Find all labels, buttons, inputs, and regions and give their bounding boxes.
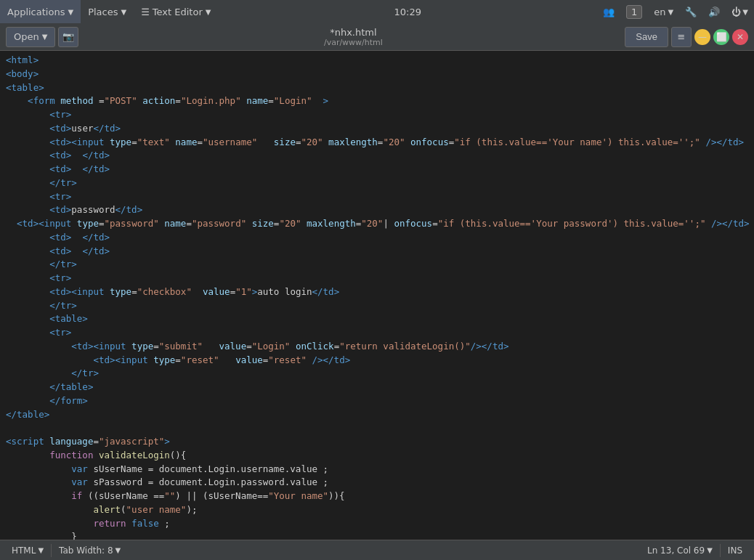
open-label: Open [14, 31, 39, 42]
places-arrow: ▼ [121, 8, 126, 16]
lang-btn[interactable]: en ▼ [648, 0, 679, 23]
open-button[interactable]: Open ▼ [6, 27, 55, 47]
texteditor-label: Text Editor [153, 7, 203, 17]
minimize-button[interactable]: — [694, 29, 710, 45]
tab-width-label: Tab Width: 8 [59, 545, 113, 556]
save-button[interactable]: Save [625, 27, 668, 47]
language-arrow: ▼ [38, 546, 44, 554]
lang-label: en [654, 7, 665, 17]
power-icon: ⏻ [731, 7, 741, 17]
sound-btn[interactable]: 🔊 [702, 0, 726, 23]
status-sep-1 [51, 544, 52, 557]
language-selector[interactable]: HTML ▼ [6, 540, 49, 560]
ins-mode[interactable]: INS [722, 545, 748, 556]
menu-icon: ≡ [678, 31, 686, 42]
texteditor-arrow: ▼ [206, 8, 211, 16]
topbar: Applications ▼ Places ▼ ☰ Text Editor ▼ … [0, 0, 754, 23]
topbar-right: 👥 1 en ▼ 🔧 🔊 ⏻ ▼ [597, 0, 754, 23]
maximize-button[interactable]: ⬜ [713, 29, 729, 45]
texteditor-menu[interactable]: ☰ Text Editor ▼ [134, 0, 218, 23]
minimize-icon: — [698, 32, 707, 42]
position-indicator[interactable]: Ln 13, Col 69 ▼ [641, 545, 718, 556]
open-arrow: ▼ [42, 33, 48, 41]
badge-btn[interactable]: 1 [620, 0, 648, 23]
applications-menu[interactable]: Applications ▼ [0, 0, 81, 23]
ins-label: INS [728, 545, 742, 556]
badge: 1 [626, 5, 642, 19]
screenshot-button[interactable]: 📷 [58, 27, 78, 47]
file-title: *nhx.html /var/www/html [81, 27, 625, 47]
applications-label: Applications [7, 7, 65, 17]
texteditor-icon: ☰ [141, 7, 150, 17]
file-name: *nhx.html [81, 27, 625, 38]
maximize-icon: ⬜ [716, 32, 727, 42]
file-path: /var/www/html [81, 38, 625, 47]
position-label: Ln 13, Col 69 [647, 545, 705, 556]
lang-arrow: ▼ [668, 8, 674, 16]
places-menu[interactable]: Places ▼ [81, 0, 134, 23]
topbar-center: 10:29 [218, 7, 597, 17]
position-arrow: ▼ [707, 546, 713, 554]
status-sep-2 [720, 544, 721, 557]
toolbar: Open ▼ 📷 *nhx.html /var/www/html Save ≡ … [0, 23, 754, 51]
sound-icon: 🔊 [708, 7, 720, 17]
language-label: HTML [12, 545, 36, 556]
users-icon-btn[interactable]: 👥 [597, 0, 620, 23]
settings-btn[interactable]: 🔧 [679, 0, 702, 23]
screenshot-icon: 📷 [62, 31, 74, 42]
menu-button[interactable]: ≡ [671, 27, 692, 47]
statusbar: HTML ▼ Tab Width: 8 ▼ Ln 13, Col 69 ▼ IN… [0, 540, 754, 560]
tab-width-arrow: ▼ [115, 546, 121, 554]
close-button[interactable]: ✕ [732, 29, 748, 45]
close-icon: ✕ [737, 32, 744, 42]
applications-arrow: ▼ [68, 8, 73, 16]
clock: 10:29 [394, 7, 421, 17]
status-right: Ln 13, Col 69 ▼ INS [641, 544, 748, 557]
tab-width-selector[interactable]: Tab Width: 8 ▼ [53, 540, 126, 560]
users-icon: 👥 [603, 7, 615, 17]
places-label: Places [88, 7, 118, 17]
wrench-icon: 🔧 [685, 7, 697, 17]
code-editor[interactable]: <html> <body> <table> <form method ="POS… [0, 51, 754, 540]
power-btn[interactable]: ⏻ ▼ [726, 0, 754, 23]
power-arrow: ▼ [742, 8, 748, 16]
